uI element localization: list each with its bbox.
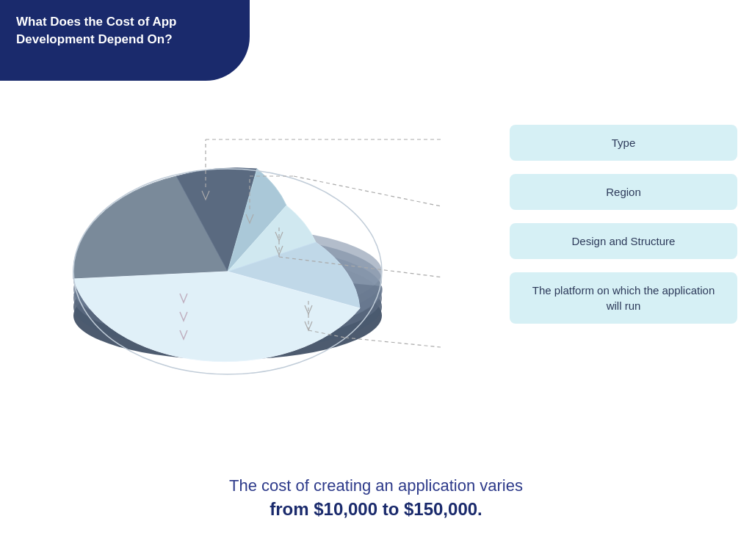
legend-item-type: Type xyxy=(510,125,737,161)
legend-item-region: Region xyxy=(510,174,737,210)
legend-item-design: Design and Structure xyxy=(510,223,737,259)
legend: Type Region Design and Structure The pla… xyxy=(510,125,737,324)
svg-line-16 xyxy=(345,338,441,349)
page-title: What Does the Cost of App Development De… xyxy=(16,13,236,48)
footer-line1: The cost of creating an application vari… xyxy=(0,476,752,495)
footer-line2: from $10,000 to $150,000. xyxy=(0,499,752,520)
footer-text: The cost of creating an application vari… xyxy=(0,476,752,520)
svg-line-11 xyxy=(294,176,441,209)
legend-item-platform: The platform on which the application wi… xyxy=(510,272,737,324)
